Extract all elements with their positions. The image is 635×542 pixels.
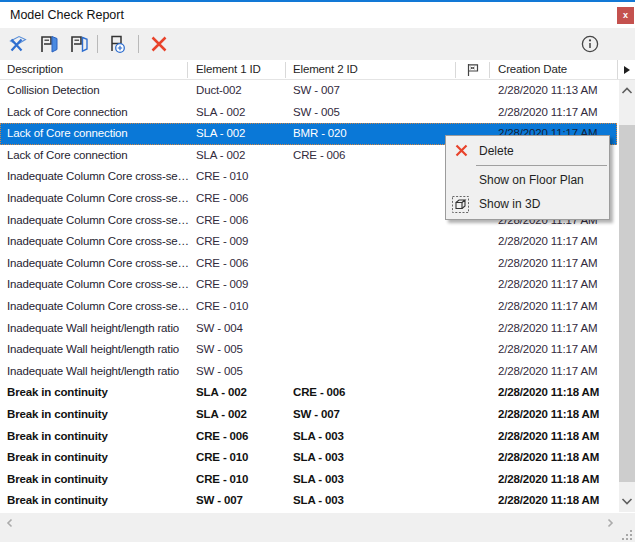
menu-item-label: Delete [479,144,514,158]
cell-date: 2/28/2020 11:17 AM [498,296,615,318]
cell-date: 2/28/2020 11:17 AM [498,102,615,124]
collision-check-icon [7,33,29,55]
cell-element1: SLA - 002 [196,102,288,124]
cell-element1: SW - 007 [196,490,288,512]
cell-element2: SLA - 003 [293,426,413,448]
cell-element1: CRE - 006 [196,253,288,275]
cell-element1: SLA - 002 [196,404,288,426]
cell-description: Inadequate Column Core cross-section dim… [7,231,192,253]
header-element2-id[interactable]: Element 2 ID [293,60,358,79]
table-row[interactable]: Inadequate Column Core cross-section dim… [0,231,617,253]
cell-date: 2/28/2020 11:17 AM [498,231,615,253]
cell-description: Collision Detection [7,80,192,102]
header-divider [285,62,286,78]
cell-date: 2/28/2020 11:18 AM [498,404,615,426]
table-row[interactable]: Break in continuitySW - 007SLA - 0032/28… [0,490,617,512]
vertical-scrollbar-thumb[interactable] [619,125,635,482]
delete-button[interactable] [146,32,172,56]
scroll-down-icon[interactable] [621,495,633,507]
table-row[interactable]: Inadequate Wall height/length ratioSW - … [0,318,617,340]
scroll-columns-right-button[interactable] [617,60,635,79]
scroll-up-icon[interactable] [621,85,633,97]
cell-element2: SW - 005 [293,102,413,124]
close-button[interactable]: x [617,7,634,24]
table-row[interactable]: Break in continuityCRE - 006SLA - 0032/2… [0,426,617,448]
cell-date: 2/28/2020 11:18 AM [498,447,615,469]
info-button[interactable] [577,32,603,56]
cell-description: Inadequate Column Core cross-section dim… [7,210,192,232]
cell-element1: CRE - 010 [196,166,288,188]
cell-description: Lack of Core connection [7,123,192,145]
header-description[interactable]: Description [7,60,63,79]
cell-element1: SLA - 002 [196,145,288,167]
show-elements-outline-icon [68,33,90,55]
cell-element1: SLA - 002 [196,123,288,145]
cell-element2: SW - 007 [293,404,413,426]
cell-description: Break in continuity [7,426,192,448]
show-elements-filled-button[interactable] [36,32,62,56]
menu-item-delete[interactable]: Delete [446,139,609,163]
cell-date: 2/28/2020 11:13 AM [498,80,615,102]
cell-date: 2/28/2020 11:18 AM [498,469,615,491]
cell-description: Inadequate Wall height/length ratio [7,339,192,361]
cell-element2: SLA - 003 [293,469,413,491]
cell-date: 2/28/2020 11:17 AM [498,318,615,340]
cell-element1: CRE - 010 [196,447,288,469]
info-icon [580,34,600,54]
horizontal-scrollbar[interactable] [0,513,635,542]
menu-item-label: Show in 3D [479,197,540,211]
cell-date: 2/28/2020 11:18 AM [498,490,615,512]
resize-grip-icon[interactable] [622,530,632,540]
cell-description: Inadequate Column Core cross-section dim… [7,296,192,318]
cell-element1: CRE - 006 [196,426,288,448]
cell-element1: SW - 005 [196,339,288,361]
cell-element2: CRE - 006 [293,145,413,167]
show-elements-filled-icon [38,33,60,55]
table-header: Description Element 1 ID Element 2 ID Cr… [0,60,635,80]
cell-description: Break in continuity [7,490,192,512]
table-row[interactable]: Inadequate Column Core cross-section dim… [0,296,617,318]
collision-check-button[interactable] [5,32,31,56]
vertical-scrollbar[interactable] [619,80,635,512]
cell-element1: SLA - 002 [196,382,288,404]
cell-date: 2/28/2020 11:17 AM [498,361,615,383]
delete-x-icon [149,34,169,54]
table-row[interactable]: Inadequate Wall height/length ratioSW - … [0,339,617,361]
cell-description: Inadequate Column Core cross-section dim… [7,166,192,188]
cell-date: 2/28/2020 11:18 AM [498,382,615,404]
cell-element1: CRE - 010 [196,296,288,318]
show-elements-outline-button[interactable] [66,32,92,56]
cell-element1: SW - 005 [196,361,288,383]
title-bar[interactable]: Model Check Report x [0,2,635,28]
table-row[interactable]: Break in continuitySLA - 002CRE - 0062/2… [0,382,617,404]
add-issue-button[interactable] [104,32,130,56]
table-row[interactable]: Inadequate Column Core cross-section dim… [0,274,617,296]
cell-date: 2/28/2020 11:17 AM [498,274,615,296]
delete-x-icon [455,144,468,157]
cell-description: Break in continuity [7,469,192,491]
table-row[interactable]: Collision DetectionDuct-002SW - 0072/28/… [0,80,617,102]
header-creation-date[interactable]: Creation Date [498,60,567,79]
cell-element2: CRE - 006 [293,382,413,404]
table-row[interactable]: Break in continuityCRE - 010SLA - 0032/2… [0,469,617,491]
table-row[interactable]: Inadequate Wall height/length ratioSW - … [0,361,617,383]
context-menu: Delete Show on Floor Plan Show in 3D [445,135,610,220]
header-divider [455,62,456,78]
table-row[interactable]: Lack of Core connectionSLA - 002SW - 005… [0,102,617,124]
flag-add-icon [106,33,128,55]
cell-description: Break in continuity [7,382,192,404]
scroll-left-icon[interactable] [5,518,15,528]
cell-description: Inadequate Column Core cross-section dim… [7,188,192,210]
menu-item-show-in-3d[interactable]: Show in 3D [446,192,609,216]
table-row[interactable]: Break in continuitySLA - 002SW - 0072/28… [0,404,617,426]
header-element1-id[interactable]: Element 1 ID [196,60,261,79]
table-row[interactable]: Break in continuityCRE - 010SLA - 0032/2… [0,447,617,469]
table-row[interactable]: Inadequate Column Core cross-section dim… [0,253,617,275]
cell-element1: CRE - 009 [196,274,288,296]
scroll-right-icon[interactable] [605,518,615,528]
menu-item-show-on-floor-plan[interactable]: Show on Floor Plan [446,168,609,192]
header-divider [187,62,188,78]
header-flag-column[interactable] [466,63,480,80]
cell-description: Inadequate Column Core cross-section dim… [7,274,192,296]
cube-marquee-icon [452,196,469,213]
